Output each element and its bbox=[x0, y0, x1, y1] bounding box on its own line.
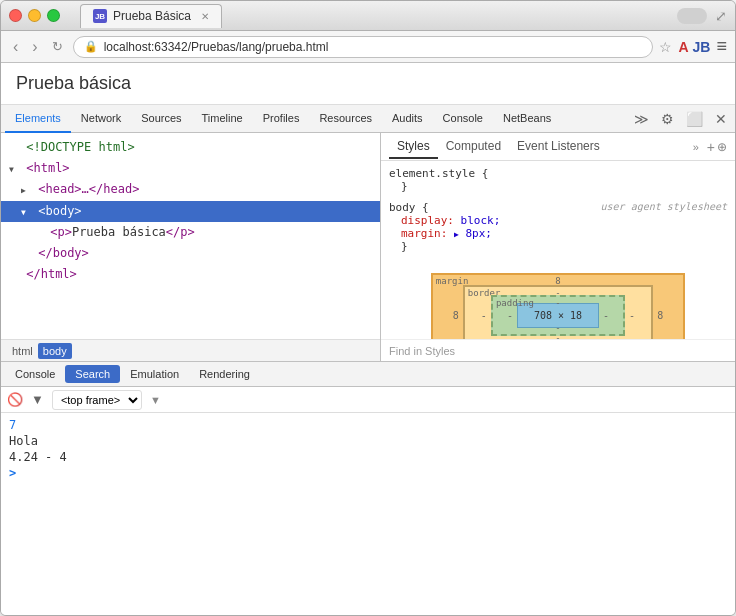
bottom-tab-rendering[interactable]: Rendering bbox=[189, 365, 260, 383]
bottom-tab-search[interactable]: Search bbox=[65, 365, 120, 383]
style-prop-margin[interactable]: margin: ▶ 8px; bbox=[389, 227, 727, 240]
style-closing-element: } bbox=[389, 180, 727, 193]
clear-console-icon[interactable]: 🚫 bbox=[7, 392, 23, 407]
style-selector-element: element.style { bbox=[389, 167, 727, 180]
style-rule-element: element.style { } bbox=[389, 167, 727, 193]
close-button[interactable] bbox=[9, 9, 22, 22]
style-prop-display[interactable]: display: block; bbox=[389, 214, 727, 227]
margin-triangle-icon[interactable]: ▶ bbox=[454, 230, 459, 239]
reload-button[interactable]: ↻ bbox=[48, 38, 67, 55]
dom-line-body[interactable]: <body> bbox=[1, 201, 380, 222]
devtools-tab-resources[interactable]: Resources bbox=[309, 105, 382, 133]
expand-icon[interactable]: ≫ bbox=[630, 109, 653, 129]
style-rule-body: body { user agent stylesheet display: bl… bbox=[389, 201, 727, 253]
back-button[interactable]: ‹ bbox=[9, 37, 22, 57]
triangle-html[interactable] bbox=[9, 159, 19, 178]
dom-line-doctype: <!DOCTYPE html> bbox=[1, 137, 380, 158]
forward-button[interactable]: › bbox=[28, 37, 41, 57]
devtools-tab-icons: ≫ ⚙ ⬜ ✕ bbox=[630, 109, 731, 129]
toolbar-icon-jb[interactable]: JB bbox=[693, 39, 711, 55]
styles-tab-styles[interactable]: Styles bbox=[389, 135, 438, 159]
breadcrumb-body[interactable]: body bbox=[38, 343, 72, 359]
dom-p-tag: <p> bbox=[50, 225, 72, 239]
breadcrumb-html[interactable]: html bbox=[7, 343, 38, 359]
console-line-prompt[interactable]: > bbox=[9, 465, 727, 481]
close-devtools-icon[interactable]: ✕ bbox=[711, 109, 731, 129]
lock-icon: 🔒 bbox=[84, 40, 98, 53]
bottom-tabs: Console Search Emulation Rendering bbox=[1, 361, 735, 387]
menu-icon[interactable]: ≡ bbox=[716, 36, 727, 57]
style-closing-body: } bbox=[389, 240, 727, 253]
toolbar-icon-a[interactable]: A bbox=[678, 39, 688, 55]
dock-icon[interactable]: ⬜ bbox=[682, 109, 707, 129]
bookmark-icon[interactable]: ☆ bbox=[659, 39, 672, 55]
maximize-button[interactable] bbox=[47, 9, 60, 22]
devtools-tab-netbeans[interactable]: NetBeans bbox=[493, 105, 561, 133]
dom-line-p[interactable]: <p>Prueba básica</p> bbox=[1, 222, 380, 243]
devtools-tab-elements[interactable]: Elements bbox=[5, 105, 71, 133]
dom-body-tag: <body> bbox=[38, 204, 81, 218]
styles-content[interactable]: element.style { } body { user agent styl… bbox=[381, 161, 735, 339]
minimize-button[interactable] bbox=[28, 9, 41, 22]
console-line-number: 7 bbox=[9, 417, 727, 433]
styles-add-icon[interactable]: + bbox=[707, 139, 715, 155]
margin-left-val: 8 bbox=[449, 310, 463, 321]
triangle-head[interactable] bbox=[21, 180, 31, 199]
dom-content[interactable]: <!DOCTYPE html> <html> <head>…</head> <b… bbox=[1, 133, 380, 339]
tab-title: Prueba Básica bbox=[113, 9, 191, 23]
console-toolbar: 🚫 ▼ <top frame> ▼ bbox=[1, 387, 735, 413]
settings-icon[interactable]: ⚙ bbox=[657, 109, 678, 129]
dom-line-html[interactable]: <html> bbox=[1, 158, 380, 179]
bottom-tab-console[interactable]: Console bbox=[5, 365, 65, 383]
devtools-tab-console[interactable]: Console bbox=[433, 105, 493, 133]
devtools-tab-profiles[interactable]: Profiles bbox=[253, 105, 310, 133]
browser-window: JB Prueba Básica ✕ ⤢ ‹ › ↻ 🔒 localhost:6… bbox=[0, 0, 736, 616]
resize-icon[interactable]: ⤢ bbox=[715, 8, 727, 24]
address-bar[interactable]: 🔒 localhost:63342/Pruebas/lang/prueba.ht… bbox=[73, 36, 654, 58]
dom-doctype-text: <!DOCTYPE html> bbox=[26, 140, 134, 154]
tab-close-icon[interactable]: ✕ bbox=[201, 11, 209, 22]
padding-right-val: - bbox=[599, 310, 613, 321]
styles-tabbar: Styles Computed Event Listeners » + ⊕ bbox=[381, 133, 735, 161]
console-content[interactable]: 7 Hola 4.24 - 4 > bbox=[1, 413, 735, 615]
dropdown-arrow: ▼ bbox=[150, 394, 161, 406]
dom-html-close-tag: </html> bbox=[26, 267, 77, 281]
dom-p-close: </p> bbox=[166, 225, 195, 239]
frame-select[interactable]: <top frame> bbox=[52, 390, 142, 410]
dom-body-close-tag: </body> bbox=[38, 246, 89, 260]
dom-line-head[interactable]: <head>…</head> bbox=[1, 179, 380, 200]
console-output-number: 7 bbox=[9, 418, 16, 432]
padding-label: padding bbox=[496, 298, 534, 308]
console-panel: 🚫 ▼ <top frame> ▼ 7 Hola 4.24 - 4 > bbox=[1, 387, 735, 615]
devtools-tab-timeline[interactable]: Timeline bbox=[192, 105, 253, 133]
border-bottom-val: - bbox=[555, 333, 560, 339]
styles-tab-computed[interactable]: Computed bbox=[438, 135, 509, 159]
style-source-body: user agent stylesheet bbox=[601, 201, 727, 212]
filter-icon[interactable]: ▼ bbox=[31, 392, 44, 407]
styles-more-icon[interactable]: » bbox=[693, 141, 699, 153]
console-line-calc: 4.24 - 4 bbox=[9, 449, 727, 465]
styles-newrule-icon[interactable]: ⊕ bbox=[717, 140, 727, 154]
box-border: border - - padding - - bbox=[463, 285, 653, 339]
padding-left-val: - bbox=[503, 310, 517, 321]
styles-panel: Styles Computed Event Listeners » + ⊕ el… bbox=[381, 133, 735, 361]
box-padding: padding - - 708 × 18 - - bbox=[491, 295, 625, 336]
page-title: Prueba básica bbox=[16, 73, 720, 94]
triangle-body[interactable] bbox=[21, 202, 31, 221]
console-prompt-icon: > bbox=[9, 466, 16, 480]
dom-panel: <!DOCTYPE html> <html> <head>…</head> <b… bbox=[1, 133, 381, 361]
devtools-tab-sources[interactable]: Sources bbox=[131, 105, 191, 133]
find-in-styles[interactable]: Find in Styles bbox=[381, 339, 735, 361]
margin-right-val: 8 bbox=[653, 310, 667, 321]
address-toolbar: ‹ › ↻ 🔒 localhost:63342/Pruebas/lang/pru… bbox=[1, 31, 735, 63]
styles-tab-event-listeners[interactable]: Event Listeners bbox=[509, 135, 608, 159]
dom-line-html-close: </html> bbox=[1, 264, 380, 285]
dom-line-body-close: </body> bbox=[1, 243, 380, 264]
breadcrumb: html body bbox=[1, 339, 380, 361]
devtools-tab-audits[interactable]: Audits bbox=[382, 105, 433, 133]
devtools-tab-network[interactable]: Network bbox=[71, 105, 131, 133]
bottom-tab-emulation[interactable]: Emulation bbox=[120, 365, 189, 383]
browser-tab[interactable]: JB Prueba Básica ✕ bbox=[80, 4, 222, 28]
style-selector-body: body { user agent stylesheet bbox=[389, 201, 727, 214]
padding-bottom-val: - bbox=[555, 323, 560, 333]
